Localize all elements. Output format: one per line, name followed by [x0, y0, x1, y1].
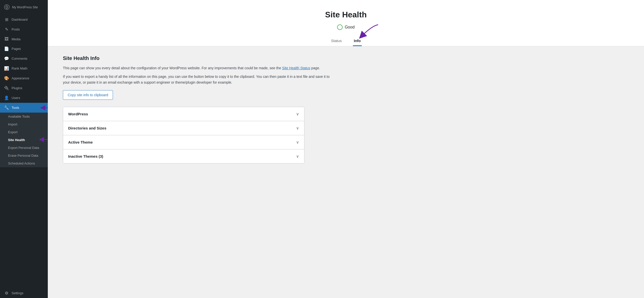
- info-tab-arrow-annotation: [354, 23, 379, 41]
- sidebar-item-import[interactable]: Import: [0, 120, 48, 128]
- health-circle-icon: [337, 24, 343, 30]
- settings-icon: ⚙: [4, 291, 9, 295]
- sidebar-item-plugins[interactable]: 🔌 Plugins: [0, 83, 48, 93]
- sidebar: ⓪ My WordPress Site ⊞ Dashboard ✎ Posts …: [0, 0, 48, 298]
- section-title: Site Health Info: [63, 55, 335, 61]
- sidebar-item-tools[interactable]: 🔧 Tools: [0, 103, 48, 113]
- accordion-item-inactive-themes[interactable]: Inactive Themes (3) ∨: [63, 149, 304, 163]
- main-content: Site Health Good Status Info: [48, 0, 644, 298]
- sidebar-item-dashboard[interactable]: ⊞ Dashboard: [0, 15, 48, 24]
- users-icon: 👤: [4, 95, 9, 100]
- accordion-item-active-theme[interactable]: Active Theme ∨: [63, 135, 304, 149]
- tools-arrow-annotation: [40, 103, 48, 113]
- site-health-status-link[interactable]: Site Health Status: [282, 66, 310, 70]
- tab-info[interactable]: Info: [353, 36, 362, 46]
- site-health-arrow-annotation: [39, 135, 48, 144]
- accordion-container: WordPress ∨ Directories and Sizes ∨ Acti…: [63, 107, 304, 163]
- accordion-item-wordpress[interactable]: WordPress ∨: [63, 107, 304, 121]
- sidebar-item-posts[interactable]: ✎ Posts: [0, 24, 48, 34]
- comments-icon: 💬: [4, 56, 9, 61]
- sidebar-item-available-tools[interactable]: Available Tools: [0, 113, 48, 120]
- appearance-icon: 🎨: [4, 76, 9, 81]
- sidebar-item-appearance[interactable]: 🎨 Appearance: [0, 73, 48, 83]
- sidebar-item-pages[interactable]: 📄 Pages: [0, 44, 48, 54]
- dashboard-icon: ⊞: [4, 17, 9, 22]
- plugins-icon: 🔌: [4, 86, 9, 90]
- posts-icon: ✎: [4, 27, 9, 32]
- accordion-item-directories-sizes[interactable]: Directories and Sizes ∨: [63, 121, 304, 135]
- chevron-down-icon: ∨: [296, 126, 299, 130]
- tab-status[interactable]: Status: [330, 36, 343, 46]
- sidebar-item-settings[interactable]: ⚙ Settings: [0, 288, 48, 298]
- sidebar-item-media[interactable]: 🖼 Media: [0, 34, 48, 44]
- sidebar-item-scheduled-actions[interactable]: Scheduled Actions: [0, 159, 48, 167]
- description-1: This page can show you every detail abou…: [63, 65, 335, 71]
- sidebar-item-erase-personal-data[interactable]: Erase Personal Data: [0, 152, 48, 159]
- sidebar-item-comments[interactable]: 💬 Comments: [0, 54, 48, 63]
- rank-math-icon: 📊: [4, 66, 9, 71]
- sidebar-item-site-health[interactable]: Site Health: [0, 136, 48, 144]
- health-status-indicator: Good: [53, 24, 639, 30]
- tools-icon: 🔧: [4, 105, 9, 110]
- wp-logo: ⓪ My WordPress Site: [0, 0, 48, 15]
- description-2: If you want to export a handy list of al…: [63, 74, 335, 85]
- chevron-down-icon: ∨: [296, 140, 299, 145]
- sidebar-item-users[interactable]: 👤 Users: [0, 93, 48, 103]
- media-icon: 🖼: [4, 37, 9, 41]
- sidebar-item-rank-math[interactable]: 📊 Rank Math: [0, 63, 48, 73]
- tabs-container: Status Info: [53, 36, 639, 46]
- tools-submenu: Available Tools Import Export Site Healt…: [0, 113, 48, 167]
- content-area: Site Health Info This page can show you …: [48, 46, 350, 173]
- chevron-down-icon: ∨: [296, 154, 299, 159]
- page-title: Site Health: [53, 10, 639, 19]
- health-status-label: Good: [345, 25, 354, 29]
- copy-site-info-button[interactable]: Copy site info to clipboard: [63, 90, 113, 100]
- pages-icon: 📄: [4, 46, 9, 51]
- page-header: Site Health Good Status Info: [48, 0, 644, 46]
- chevron-down-icon: ∨: [296, 112, 299, 116]
- sidebar-item-export-personal-data[interactable]: Export Personal Data: [0, 144, 48, 152]
